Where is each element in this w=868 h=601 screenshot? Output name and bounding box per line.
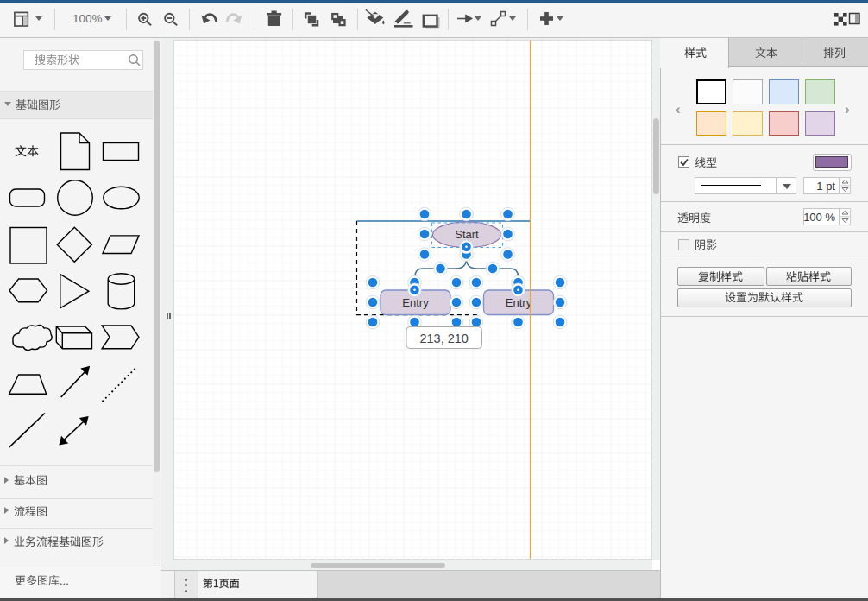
svg-text:Entry: Entry [402, 296, 429, 309]
svg-text:Entry: Entry [506, 296, 532, 309]
svg-text:Start: Start [455, 228, 479, 241]
svg-text:213, 210: 213, 210 [419, 332, 468, 345]
